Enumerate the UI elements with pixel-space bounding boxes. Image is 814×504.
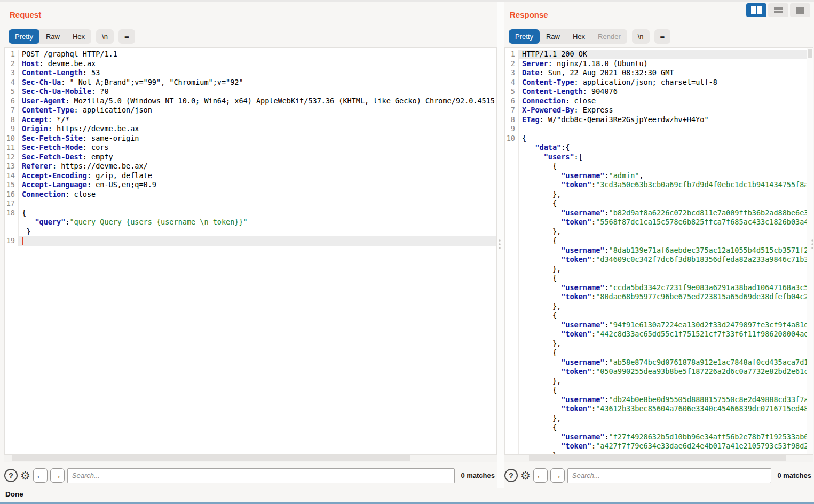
code-line[interactable]: 13Referer: https://devme.be.ax/ [5, 162, 496, 171]
response-search-input[interactable] [567, 468, 772, 483]
code-line[interactable]: 11Sec-Fetch-Mode: cors [5, 143, 496, 153]
code-line[interactable]: }, [505, 339, 813, 349]
code-line[interactable]: "username":"f27f4928632b5d10bb96e34aff56… [505, 433, 813, 442]
code-line[interactable]: { [505, 274, 813, 283]
tab-pretty[interactable]: Pretty [9, 29, 39, 44]
response-resize-grip[interactable] [811, 239, 813, 249]
code-line[interactable]: "username":"admin", [505, 171, 813, 181]
code-line[interactable]: { [505, 423, 813, 433]
newline-toggle-button[interactable]: \n [96, 29, 114, 44]
code-line[interactable]: "token":"43612b33bec85604a7606e3340c4546… [505, 404, 813, 414]
previous-match-button[interactable]: ← [533, 468, 548, 483]
code-line[interactable]: 9 [505, 124, 813, 134]
code-line[interactable]: 3Date: Sun, 22 Aug 2021 08:32:30 GMT [505, 68, 813, 78]
code-line[interactable]: 10Sec-Fetch-Site: same-origin [5, 134, 496, 143]
code-line[interactable]: 18{ [5, 209, 496, 218]
code-line[interactable]: }, [505, 414, 813, 423]
previous-match-button[interactable]: ← [33, 468, 48, 483]
code-line[interactable]: 1POST /graphql HTTP/1.1 [5, 50, 496, 59]
code-line[interactable]: { [505, 199, 813, 209]
tab-raw[interactable]: Raw [540, 29, 566, 44]
code-line[interactable]: "users":[ [505, 153, 813, 162]
scrollbar-thumb[interactable] [808, 49, 812, 58]
code-line[interactable]: 8ETag: W/"dcb8c-Qemai3Re2GsjpYeerdwzhv+H… [505, 115, 813, 125]
next-match-button[interactable]: → [550, 468, 565, 483]
tab-hex[interactable]: Hex [566, 29, 591, 44]
gear-icon[interactable]: ⚙ [520, 469, 531, 482]
code-line[interactable]: { [505, 162, 813, 171]
code-line[interactable]: 10{ [505, 134, 813, 143]
editor-menu-button[interactable]: ≡ [118, 29, 135, 44]
code-line[interactable]: 6User-Agent: Mozilla/5.0 (Windows NT 10.… [5, 97, 496, 106]
code-line[interactable]: } [5, 227, 496, 237]
code-line[interactable]: 3Content-Length: 53 [5, 68, 496, 78]
code-line[interactable]: "username":"ccda5bd3342c7231f9e083a6291a… [505, 283, 813, 293]
code-line[interactable]: }, [505, 265, 813, 274]
code-line[interactable]: 5Content-Length: 904076 [505, 87, 813, 97]
code-line[interactable]: 6Connection: close [505, 97, 813, 106]
newline-toggle-button[interactable]: \n [632, 29, 650, 44]
code-line[interactable]: { [505, 236, 813, 246]
code-line[interactable]: }, [505, 302, 813, 311]
gear-icon[interactable]: ⚙ [20, 469, 30, 482]
code-line[interactable]: "token":"80dae68b95977c96be675ed723815a6… [505, 292, 813, 302]
request-search-input[interactable] [67, 468, 455, 483]
response-vertical-scrollbar[interactable] [807, 48, 813, 454]
scrollbar-thumb[interactable] [529, 455, 786, 461]
response-tab-group: Pretty Raw Hex Render [509, 29, 627, 44]
code-line[interactable]: "token":"d34609c0c342f7dc6f3d8b18356dfed… [505, 255, 813, 265]
help-icon[interactable]: ? [504, 469, 518, 482]
code-line[interactable]: 1HTTP/1.1 200 OK [505, 50, 813, 59]
code-line[interactable]: "username":"8dab139e71af6aebdec375ac12a1… [505, 246, 813, 255]
code-line[interactable]: }, [505, 451, 813, 455]
code-line[interactable]: "username":"ab58e874bc9d0761878a912e1ac7… [505, 358, 813, 367]
code-line[interactable]: "token":"442c8d33ac65dd55c1f751521cf7f33… [505, 330, 813, 339]
code-line[interactable]: }, [505, 190, 813, 199]
code-line[interactable]: "token":"a427f7f79e634e33dae6d24e4b017a4… [505, 442, 813, 451]
code-line[interactable]: "token":"050a990255dea93b8be5f187226a2d6… [505, 367, 813, 377]
code-line[interactable]: "username":"db24b0e8be0d95505d8888157550… [505, 395, 813, 405]
code-line[interactable]: 2Server: nginx/1.18.0 (Ubuntu) [505, 59, 813, 69]
code-line[interactable]: }, [505, 377, 813, 386]
code-line[interactable]: 17 [5, 199, 496, 209]
next-match-button[interactable]: → [50, 468, 65, 483]
code-line[interactable]: 16Connection: close [5, 190, 496, 199]
tab-pretty[interactable]: Pretty [509, 29, 540, 44]
code-line[interactable]: { [505, 386, 813, 395]
code-line[interactable]: 7Content-Type: application/json [5, 106, 496, 115]
code-line[interactable]: 9Origin: https://devme.be.ax [5, 124, 496, 134]
request-horizontal-scrollbar[interactable] [4, 455, 497, 462]
code-line[interactable]: 2Host: devme.be.ax [5, 59, 496, 69]
code-line[interactable]: 5Sec-Ch-Ua-Mobile: ?0 [5, 87, 496, 97]
response-editor[interactable]: 1HTTP/1.1 200 OK2Server: nginx/1.18.0 (U… [504, 47, 813, 455]
editor-menu-button[interactable]: ≡ [654, 29, 671, 44]
code-line[interactable]: 4Content-Type: application/json; charset… [505, 78, 813, 87]
code-line[interactable]: 14Accept-Encoding: gzip, deflate [5, 171, 496, 181]
code-line[interactable]: 4Sec-Ch-Ua: " Not A;Brand";v="99", "Chro… [5, 78, 496, 87]
code-line[interactable]: "username":"94f91e6130a7224ea130d2f33d24… [505, 321, 813, 330]
help-icon[interactable]: ? [4, 469, 18, 482]
scrollbar-thumb[interactable] [12, 455, 411, 461]
columns-view-button[interactable] [746, 3, 766, 17]
code-text: "username":"94f91e6130a7224ea130d2f33d24… [519, 321, 813, 330]
code-line[interactable]: 15Accept-Language: en-US,en;q=0.9 [5, 180, 496, 190]
code-line[interactable]: { [505, 311, 813, 321]
code-line[interactable]: 8Accept: */* [5, 115, 496, 125]
response-horizontal-scrollbar[interactable] [504, 455, 813, 462]
code-line[interactable]: "token":"5568f87dc1ca15c578e6b825ffca7f6… [505, 218, 813, 227]
code-line[interactable]: "query":"query Query {users {username \n… [5, 218, 496, 227]
request-editor[interactable]: 1POST /graphql HTTP/1.12Host: devme.be.a… [4, 47, 497, 455]
code-line[interactable]: "token":"3cd3a50e63b3cb0a69cfb7d9d4f0ebc… [505, 180, 813, 190]
single-view-button[interactable] [790, 3, 810, 17]
rows-view-button[interactable] [768, 3, 788, 17]
tab-hex[interactable]: Hex [66, 29, 91, 44]
code-line[interactable]: "data":{ [505, 143, 813, 153]
code-line[interactable]: 19 [5, 236, 496, 246]
code-line[interactable]: }, [505, 227, 813, 237]
code-line[interactable]: "username":"b82d9af8a6226c072bcd811e7a00… [505, 209, 813, 218]
code-line[interactable]: { [505, 348, 813, 358]
code-line[interactable]: 12Sec-Fetch-Dest: empty [5, 153, 496, 162]
code-line[interactable]: 7X-Powered-By: Express [505, 106, 813, 115]
request-resize-grip[interactable] [499, 239, 501, 249]
tab-raw[interactable]: Raw [39, 29, 66, 44]
